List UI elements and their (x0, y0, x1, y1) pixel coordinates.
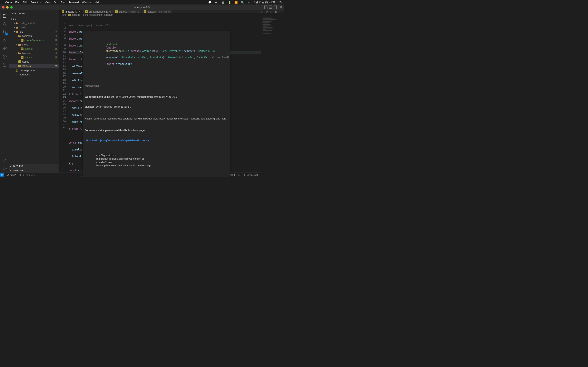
folder-icon (18, 52, 21, 55)
spotlight-icon[interactable]: 🔍 (241, 1, 244, 4)
tree-file[interactable]: JSindex.jsM (9, 64, 60, 68)
js-file-icon: JS (18, 60, 21, 63)
tree-root[interactable]: ▾ 6-3 (9, 17, 60, 21)
menu-selection[interactable]: Selection (31, 1, 42, 4)
modified-dot-icon (56, 31, 57, 33)
tree-file[interactable]: JScreateReducer.jsU (9, 38, 60, 42)
tab-state-timeline[interactable]: JS state.js .../timeline U (142, 10, 172, 13)
window-minimize-button[interactable] (6, 6, 9, 8)
status-branch[interactable]: ⎇ main* (6, 174, 16, 176)
chat-icon[interactable]: 💬 (208, 1, 212, 4)
file-tree: ▸node_modules▸public▾src▾commonJScreateR… (9, 21, 60, 164)
tree-item-label: src (20, 30, 56, 33)
menu-file[interactable]: File (15, 1, 20, 4)
activity-database[interactable] (0, 61, 9, 69)
activity-extensions[interactable] (0, 44, 9, 53)
menu-run[interactable]: Run (61, 1, 66, 4)
timeline-section[interactable]: ▸TIMELINE (9, 168, 60, 173)
method-icon: ⊕ (82, 13, 85, 16)
tree-folder[interactable]: ▸public (9, 25, 60, 30)
tree-file[interactable]: { }package.json (9, 68, 60, 72)
toggle-panel-icon[interactable] (269, 6, 272, 9)
activity-search[interactable] (0, 20, 9, 28)
tab-git-status: U (168, 11, 170, 13)
activity-gitlens[interactable] (0, 53, 9, 61)
menu-edit[interactable]: Edit (23, 1, 27, 4)
menu-terminal[interactable]: Terminal (69, 1, 79, 4)
svg-point-1 (3, 31, 4, 32)
breadcrumb[interactable]: src › JS index.js › ⊕ store.subscribe() … (60, 13, 284, 16)
folder-icon (16, 26, 19, 29)
more-actions-icon[interactable]: ⋯ (279, 10, 282, 13)
hover-docs-link[interactable]: https://redux.js.org/introduction/why-rt… (85, 139, 149, 142)
status-problems[interactable]: ⊘ 0 ⚠ 0 (26, 174, 35, 176)
tree-item-label: state.js (25, 56, 54, 59)
compare-changes-icon[interactable]: ⇋ (257, 10, 259, 13)
code-editor[interactable]: 1234567891011121314151617181920212223242… (60, 16, 284, 177)
tab-close-icon[interactable]: ✕ (79, 10, 81, 13)
menu-help[interactable]: Help (95, 1, 100, 4)
toggle-secondary-sidebar-icon[interactable] (274, 6, 277, 9)
window-close-button[interactable] (2, 6, 4, 8)
app-icon[interactable]: ▦ (221, 1, 225, 4)
menu-view[interactable]: View (45, 1, 51, 4)
tree-folder[interactable]: ▾common (9, 34, 60, 38)
menu-go[interactable]: Go (54, 1, 57, 4)
hover-deprecated: @deprecated (85, 84, 228, 88)
menu-window[interactable]: Window (82, 1, 91, 4)
customize-layout-icon[interactable]: ▥ (280, 6, 282, 9)
status-remote[interactable]: ⎘ (0, 173, 4, 176)
tab-path-hint: .../friend (129, 11, 137, 13)
tab-state-friend[interactable]: JS state.js .../friend U (113, 10, 141, 13)
wifi-icon[interactable]: 📶 (234, 1, 238, 4)
activity-run-debug[interactable] (0, 36, 9, 44)
folder-icon (16, 22, 19, 25)
breadcrumb-file[interactable]: index.js (72, 13, 80, 16)
modified-dot-icon (56, 44, 57, 45)
outline-section[interactable]: ▸OUTLINE (9, 164, 60, 168)
tab-index-js[interactable]: JS index.js M ✕ (60, 10, 83, 13)
control-center-icon[interactable]: ⎚ (247, 1, 251, 4)
tree-file[interactable]: JSstate.jsU (9, 47, 60, 51)
tree-folder[interactable]: ▸node_modules (9, 21, 60, 25)
tab-label: createReducer.js (89, 10, 108, 13)
menubar-clock[interactable]: 8월 21일 (일) 오후 1:53 (254, 0, 282, 4)
battery-icon[interactable]: 🔋 (228, 1, 231, 4)
tab-git-status: M (75, 11, 77, 13)
activity-explorer[interactable] (0, 12, 9, 20)
activity-accounts[interactable] (0, 156, 9, 164)
tree-file[interactable]: ≡yarn.lock (9, 72, 60, 77)
playback-icon[interactable]: ⏯ (215, 1, 218, 4)
modified-dot-icon (56, 52, 57, 54)
breadcrumb-src[interactable]: src (62, 13, 66, 16)
tree-file[interactable]: JSstate.jsU (9, 55, 60, 59)
activity-source-control[interactable]: 4 (0, 28, 9, 36)
tree-file[interactable]: JSApp.js (9, 59, 60, 64)
window-maximize-button[interactable] (10, 6, 13, 8)
run-icon[interactable]: ▷ (270, 10, 272, 13)
sidebar-more-icon[interactable]: ⋯ (55, 12, 57, 15)
status-sync[interactable]: ↓0 ↑1 (18, 174, 24, 176)
tree-folder[interactable]: ▾src (9, 30, 60, 34)
js-file-icon: JS (20, 47, 24, 50)
tree-folder[interactable]: ▾timeline (9, 51, 60, 55)
gitlens-toggle-icon[interactable]: ◌ (261, 10, 263, 13)
tab-git-status: U (109, 11, 111, 13)
toggle-primary-sidebar-icon[interactable] (264, 6, 268, 9)
tree-item-label: package.json (20, 69, 57, 72)
tree-item-label: App.js (22, 60, 57, 63)
timeline-section-label: TIMELINE (13, 169, 24, 172)
js-file-icon: JS (18, 64, 21, 68)
minimap[interactable] (261, 16, 284, 177)
tab-label: state.js (119, 10, 127, 13)
tab-createreducer-js[interactable]: JS createReducer.js U (83, 10, 113, 13)
gitlens-file-history-icon[interactable]: ⟳ (266, 10, 268, 13)
file-icon: ≡ (16, 73, 19, 76)
tree-folder[interactable]: ▾friend (9, 42, 60, 47)
split-editor-icon[interactable]: ◫ (274, 10, 277, 13)
breadcrumb-symbol[interactable]: store.subscribe() callback (85, 13, 113, 16)
activity-settings[interactable] (0, 164, 9, 173)
codelens[interactable]: You, 2 hours ago | 1 author (You) (69, 24, 284, 26)
tree-item-label: public (20, 26, 57, 29)
app-name[interactable]: Code (5, 1, 12, 4)
